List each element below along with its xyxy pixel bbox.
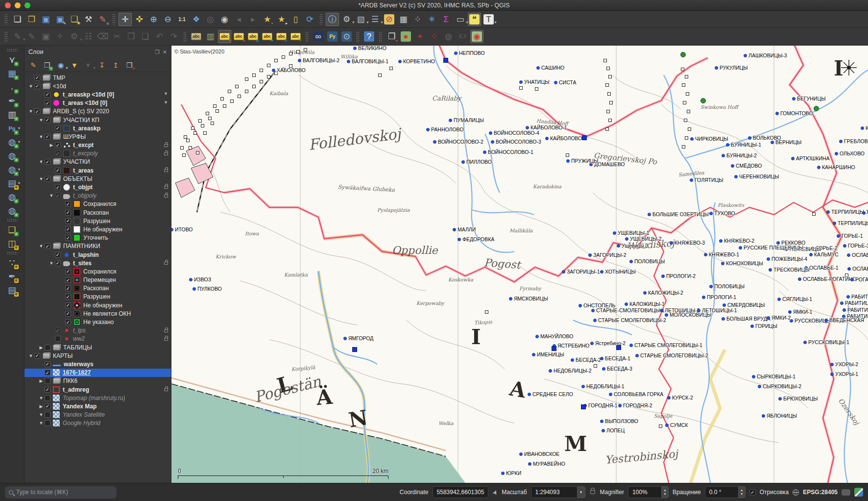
layer-visibility-checkbox[interactable]: ✓ xyxy=(45,243,50,249)
layer-row[interactable]: ✓t_areas xyxy=(24,166,171,175)
layer-visibility-checkbox[interactable]: ✓ xyxy=(45,92,50,98)
save-project-as-icon[interactable]: ▣✎ xyxy=(53,13,67,26)
zoom-to-point-icon[interactable]: ⌖ xyxy=(413,30,427,43)
layer-row[interactable]: ✓Разрушен xyxy=(24,293,171,301)
current-edits-icon[interactable]: ✎▼ xyxy=(11,30,24,43)
tree-expand-arrow[interactable]: ▼ xyxy=(48,193,55,198)
pan-map-icon[interactable]: ✛ xyxy=(119,13,132,26)
show-hide-labels-icon[interactable]: abc◍ xyxy=(246,30,260,43)
layer-visibility-checkbox[interactable]: ✓ xyxy=(65,226,71,232)
minimize-window-button[interactable] xyxy=(15,2,21,8)
map-tips-icon[interactable]: ❝ xyxy=(468,13,481,26)
add-arcgis-layer-icon[interactable]: ◍+ xyxy=(5,204,20,218)
layer-visibility-checkbox[interactable]: ✓ xyxy=(45,361,50,367)
scale-dropdown-arrow[interactable]: ▼ xyxy=(577,486,585,498)
undo-icon[interactable]: ↶ xyxy=(153,30,166,43)
python-console-icon[interactable]: Py xyxy=(326,30,339,43)
zoom-to-layer-icon[interactable]: ◉ xyxy=(218,13,231,26)
add-mesh-layer-icon[interactable]: ▤✱▼ xyxy=(5,176,20,190)
new-point-layer-icon[interactable]: ∵✱ xyxy=(5,256,20,270)
render-checkbox[interactable]: ✓ xyxy=(749,489,756,496)
layer-diagram-icon[interactable]: ▥ xyxy=(204,30,217,43)
layer-row[interactable]: ✓Раскопан xyxy=(24,284,171,293)
layer-row[interactable]: ✓t_admreg xyxy=(24,385,171,394)
save-project-icon[interactable]: ▣ xyxy=(39,13,52,26)
layer-visibility-checkbox[interactable]: ✓ xyxy=(65,201,71,207)
open-project-icon[interactable]: ❒ xyxy=(25,13,38,26)
layer-row[interactable]: ✓Не обнаружен xyxy=(24,225,171,233)
layer-visibility-checkbox[interactable]: ✓ xyxy=(55,142,61,148)
collapse-all-icon[interactable]: ↥ xyxy=(110,60,121,71)
text-annotation-icon[interactable]: T▼ xyxy=(482,13,495,26)
manage-map-themes-icon[interactable]: ◉▼ xyxy=(55,60,67,71)
tree-expand-arrow[interactable]: ▼ xyxy=(38,421,45,426)
georeferencer-icon[interactable]: ● xyxy=(399,30,412,43)
layer-row[interactable]: ✓Раскопан xyxy=(24,208,171,217)
layer-visibility-checkbox[interactable]: ✓ xyxy=(34,83,40,89)
layer-row[interactable]: ✓waterways xyxy=(24,360,171,368)
layer-visibility-checkbox[interactable] xyxy=(45,420,50,426)
tree-expand-arrow[interactable]: ▼ xyxy=(27,353,34,358)
xy-tools-icon[interactable]: X,Y xyxy=(456,30,469,43)
processing-toolbox-icon[interactable]: ✳ xyxy=(425,13,438,26)
show-bookmarks-icon[interactable]: ★▸ xyxy=(275,13,288,26)
zoom-full-extent-icon[interactable]: ❖ xyxy=(190,13,203,26)
layer-visibility-checkbox[interactable] xyxy=(55,336,61,342)
layer-row[interactable]: ✓t_areaskp xyxy=(24,124,171,132)
layer-group-row[interactable]: ▼✓ПАМЯТНИКИ xyxy=(24,242,171,250)
field-statistics-icon[interactable]: ⁘ xyxy=(411,13,424,26)
layer-group-row[interactable]: ▼✓КАРТЫ xyxy=(24,351,171,360)
scale-combobox[interactable]: 1:294093 ▼ xyxy=(531,486,585,498)
zoom-next-icon[interactable]: ▸ xyxy=(246,13,260,26)
tree-expand-arrow[interactable]: ▶ xyxy=(38,378,45,383)
layer-visibility-checkbox[interactable]: ✓ xyxy=(34,75,40,81)
tree-expand-arrow[interactable]: ▶ xyxy=(48,143,55,148)
add-wcs-layer-icon[interactable]: ◍+ xyxy=(5,190,20,204)
layer-visibility-checkbox[interactable]: ✓ xyxy=(55,168,61,174)
remove-layer-icon[interactable]: ❒✕ xyxy=(123,60,135,71)
layer-row[interactable]: ▶✓Yandex Map xyxy=(24,402,171,410)
plugin-map-marker-icon[interactable]: ◉ xyxy=(470,30,483,43)
layer-visibility-checkbox[interactable]: ✓ xyxy=(34,353,40,359)
layer-labeling-icon[interactable]: abc xyxy=(190,30,203,43)
tree-expand-arrow[interactable]: ▼ xyxy=(38,134,45,139)
add-raster-layer-icon[interactable]: ▦+ xyxy=(5,67,20,80)
layer-visibility-checkbox[interactable]: ✓ xyxy=(34,108,40,114)
layer-visibility-checkbox[interactable]: ✓ xyxy=(65,269,71,275)
osm-place-search-icon[interactable]: ∞ xyxy=(312,30,325,43)
save-layer-edits-icon[interactable]: ▣ xyxy=(39,30,52,43)
layer-row[interactable]: ✓Не указано xyxy=(24,318,171,326)
tree-expand-arrow[interactable]: ▼ xyxy=(38,244,45,249)
measure-line-icon[interactable]: ▭▼ xyxy=(454,13,467,26)
layer-row[interactable]: ✓t_areaskp <10d [0]▼ xyxy=(24,90,171,99)
layer-group-row[interactable]: ✓TMP xyxy=(24,74,171,82)
tree-expand-arrow[interactable]: ▶ xyxy=(38,404,45,409)
deselect-all-icon[interactable]: ⊘ xyxy=(383,13,396,26)
add-virtual-layer-icon[interactable]: ▥+ xyxy=(5,108,20,122)
layer-visibility-checkbox[interactable]: ✓ xyxy=(45,159,50,165)
layer-visibility-checkbox[interactable]: ✓ xyxy=(65,302,71,308)
crs-status[interactable]: EPSG:28405 xyxy=(803,489,838,496)
rotation-spin-arrows[interactable]: ▲▼ xyxy=(738,486,746,498)
layer-row[interactable]: ✓Уточнить xyxy=(24,234,171,242)
layer-visibility-checkbox[interactable]: ✓ xyxy=(55,184,61,190)
unpin-labels-icon[interactable]: abc● xyxy=(232,30,245,43)
new-layer-stack-icon[interactable]: ❏+ xyxy=(5,223,20,237)
advanced-digitizing-icon[interactable]: ⚙▼ xyxy=(68,30,81,43)
select-by-expression-icon[interactable]: ☰▼ xyxy=(368,13,382,26)
add-delimited-text-layer-icon[interactable]: ,+ xyxy=(5,80,20,94)
new-project-icon[interactable]: ❏ xyxy=(11,13,24,26)
new-print-layout-icon[interactable]: ❏✱ xyxy=(68,13,81,26)
mouse-extent-icon[interactable]: ➤ xyxy=(491,488,500,496)
layer-group-row[interactable]: ▼✓ARDB_S (c) SV 2020 xyxy=(24,107,171,116)
layer-row[interactable]: ✓Разрушен xyxy=(24,217,171,225)
layer-row[interactable]: ▼Google Hybrid xyxy=(24,419,171,427)
zoom-out-icon[interactable]: ⊖ xyxy=(161,13,174,26)
bookmark-manager-icon[interactable]: ▯ xyxy=(289,13,302,26)
layer-row[interactable]: ▼Yandex Satellite xyxy=(24,411,171,419)
zoom-native-icon[interactable]: 1:1 xyxy=(175,13,189,26)
copy-features-icon[interactable]: ❐ xyxy=(124,30,138,43)
layer-group-row[interactable]: ▼✓ОБЪЕКТЫ xyxy=(24,175,171,183)
change-label-icon[interactable]: abc✎ xyxy=(289,30,302,43)
layer-row[interactable]: ▶✓t_excpt xyxy=(24,141,171,150)
